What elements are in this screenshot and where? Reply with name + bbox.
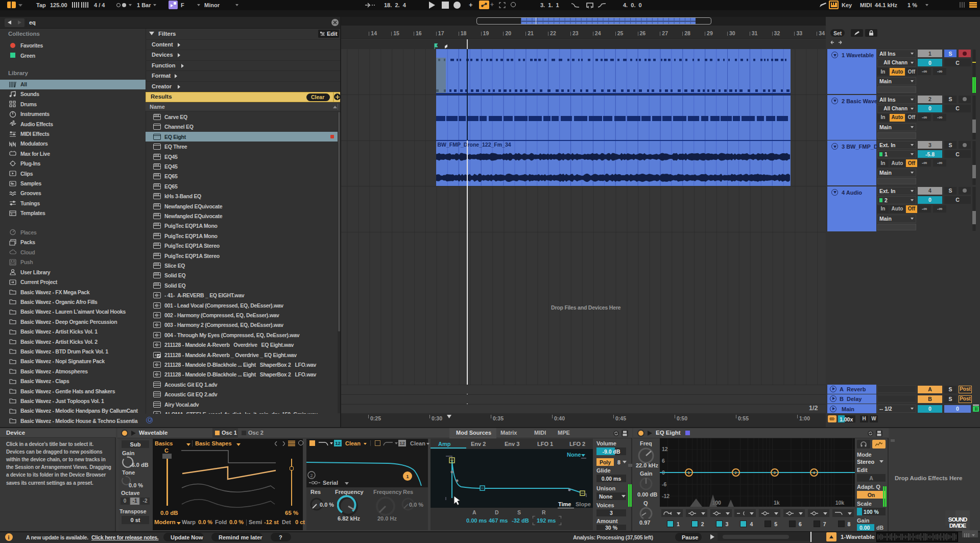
svg-text:SOUND: SOUND	[948, 516, 967, 523]
svg-text:DIVIDE: DIVIDE	[949, 523, 967, 529]
svg-text:2: 2	[310, 473, 313, 478]
svg-text:1: 1	[406, 474, 409, 479]
